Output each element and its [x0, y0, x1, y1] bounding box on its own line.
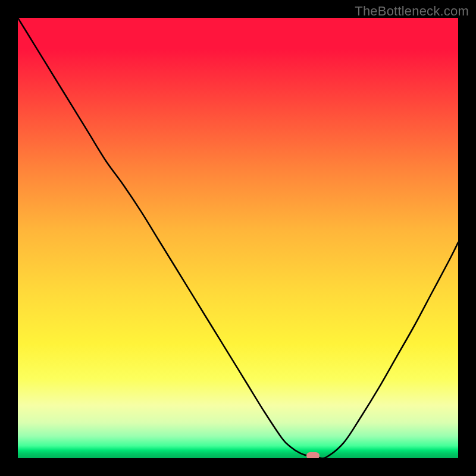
plot-area [18, 18, 458, 458]
bottleneck-curve [18, 18, 458, 458]
optimal-point-marker [306, 452, 320, 458]
watermark-text: TheBottleneck.com [355, 4, 469, 19]
chart-stage: TheBottleneck.com [0, 0, 476, 476]
